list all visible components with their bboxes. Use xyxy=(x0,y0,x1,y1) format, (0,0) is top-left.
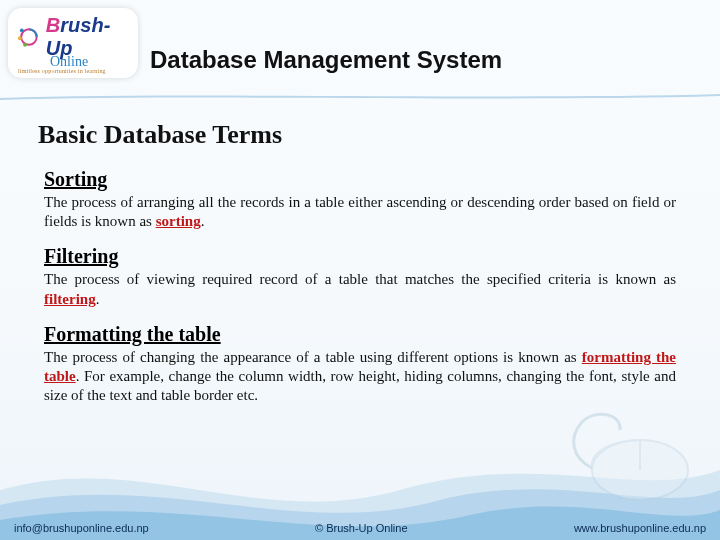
brand-prefix: B xyxy=(46,14,60,36)
brand-logo: Brush-Up Online limitless opportunities … xyxy=(8,8,138,78)
term-body-post: . xyxy=(201,213,205,229)
svg-point-2 xyxy=(20,29,24,33)
term-heading: Sorting xyxy=(44,168,676,191)
logo-swirl-icon xyxy=(16,23,42,51)
term-body: The process of changing the appearance o… xyxy=(44,348,676,406)
divider-swoosh xyxy=(0,92,720,100)
term-body-pre: The process of viewing required record o… xyxy=(44,271,676,287)
term-body-post: . For example, change the column width, … xyxy=(44,368,676,403)
page-title: Database Management System xyxy=(150,46,502,74)
section-heading: Basic Database Terms xyxy=(38,120,282,150)
content-area: Sorting The process of arranging all the… xyxy=(44,168,676,419)
slide: Brush-Up Online limitless opportunities … xyxy=(0,0,720,540)
term-heading: Filtering xyxy=(44,245,676,268)
term-block: Sorting The process of arranging all the… xyxy=(44,168,676,231)
brand-tagline: limitless opportunities in learning xyxy=(16,68,130,74)
footer-copyright: © Brush-Up Online xyxy=(149,522,574,534)
term-body: The process of arranging all the records… xyxy=(44,193,676,231)
term-heading: Formatting the table xyxy=(44,323,676,346)
term-body: The process of viewing required record o… xyxy=(44,270,676,308)
term-block: Formatting the table The process of chan… xyxy=(44,323,676,406)
term-body-post: . xyxy=(96,291,100,307)
svg-point-3 xyxy=(18,36,22,40)
term-body-pre: The process of changing the appearance o… xyxy=(44,349,582,365)
mouse-art xyxy=(562,408,702,508)
footer-site: www.brushuponline.edu.np xyxy=(574,522,706,534)
svg-point-0 xyxy=(592,440,688,500)
term-keyword: sorting xyxy=(156,213,201,229)
footer-email: info@brushuponline.edu.np xyxy=(14,522,149,534)
term-block: Filtering The process of viewing require… xyxy=(44,245,676,308)
term-body-pre: The process of arranging all the records… xyxy=(44,194,676,229)
term-keyword: filtering xyxy=(44,291,96,307)
svg-point-4 xyxy=(23,43,27,47)
footer: info@brushuponline.edu.np © Brush-Up Onl… xyxy=(0,522,720,534)
